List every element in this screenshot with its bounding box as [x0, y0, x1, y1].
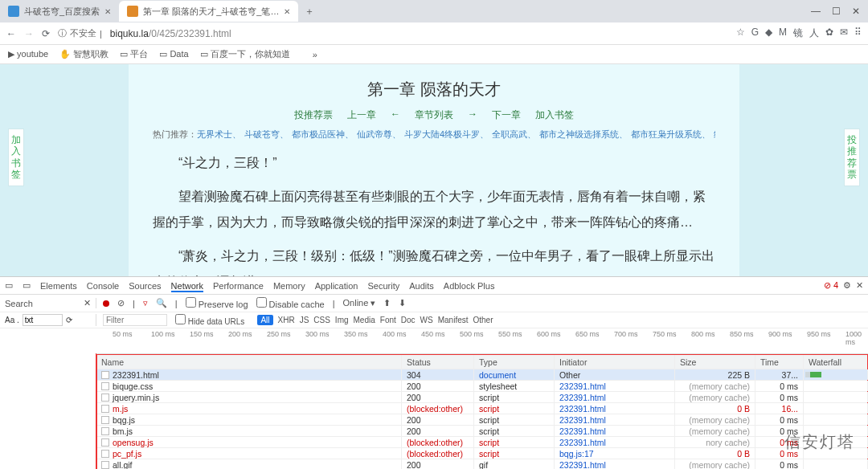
hot-link[interactable]: 斗罗大陆4终极斗罗、 [404, 129, 489, 139]
chapter-nav-link[interactable]: 章节列表 [415, 108, 453, 122]
search-icon[interactable]: 🔍 [156, 298, 167, 308]
nav-back-icon[interactable]: ← [6, 28, 16, 39]
inspect-icon[interactable]: ▭ [5, 280, 13, 291]
devtools-tab[interactable]: Sources [129, 281, 161, 291]
close-icon[interactable]: ✕ [84, 298, 91, 308]
hot-link[interactable]: 都市狂枭升级系统、 [631, 129, 710, 139]
hot-link[interactable]: 终极修炼在都市、 [714, 129, 715, 139]
network-row[interactable]: bqg.js200script232391.html(memory cache)… [96, 414, 868, 426]
devtools-tab[interactable]: Elements [40, 281, 77, 291]
chapter-nav: 投推荐票上一章←章节列表→下一章加入书签 [153, 108, 715, 122]
network-row[interactable]: biquge.css200stylesheet232391.html(memor… [96, 381, 868, 392]
devtools-tab[interactable]: Security [367, 281, 399, 291]
filter-category[interactable]: CSS [313, 316, 330, 324]
hot-link[interactable]: 斗破苍穹、 [244, 129, 289, 139]
bookmark-item[interactable]: ▭ 平台 [120, 48, 148, 60]
window-close-icon[interactable]: ✕ [852, 6, 860, 17]
extension-icon[interactable]: M [779, 27, 787, 40]
filter-category[interactable]: JS [300, 316, 309, 324]
nav-forward-icon[interactable]: → [24, 28, 34, 39]
record-icon[interactable] [103, 300, 109, 307]
network-row[interactable]: 232391.html304documentOther225 B37... [96, 369, 868, 381]
chapter-nav-link[interactable]: 上一章 [347, 108, 376, 122]
security-chip[interactable]: ⓘ 不安全 | [58, 27, 102, 39]
disable-cache-checkbox[interactable]: Disable cache [256, 297, 325, 309]
chapter-nav-link[interactable]: 投推荐票 [294, 108, 333, 122]
hot-link[interactable]: 都市极品医神、 [292, 129, 354, 139]
reload-icon[interactable]: ⟳ [42, 28, 50, 39]
network-row[interactable]: m.js(blocked:other)script232391.html0 B1… [96, 403, 868, 414]
extension-icon[interactable]: 人 [809, 27, 819, 40]
extension-icon[interactable]: ✉ [840, 27, 848, 40]
error-badge[interactable]: ⊘ 4 [824, 280, 838, 291]
devtools-tab[interactable]: Memory [273, 281, 305, 291]
bookmark-item[interactable]: ▭ 百度一下，你就知道 [200, 48, 290, 60]
address-bar[interactable]: biquku.la/0/425/232391.html [110, 28, 728, 39]
devtools-tab[interactable]: Audits [409, 281, 434, 291]
bookmark-item[interactable]: ▶ youtube [8, 49, 48, 59]
filter-category[interactable]: Img [335, 316, 349, 324]
hot-link[interactable]: 无界术士、 [197, 129, 241, 139]
chapter-nav-link[interactable]: 下一章 [492, 108, 521, 122]
filter-category[interactable]: All [257, 315, 272, 325]
chapter-nav-link[interactable]: ← [391, 108, 400, 122]
hide-data-urls-checkbox[interactable]: Hide data URLs [175, 314, 244, 326]
bookmark-item[interactable]: » [313, 50, 317, 59]
browser-tabstrip: 斗破苍穹_百度搜索 ✕ 第一章 陨落的天才_斗破苍穹_笔… ✕ ＋ — ☐ ✕ [0, 0, 868, 22]
filter-category[interactable]: Font [380, 316, 396, 324]
browser-tab[interactable]: 斗破苍穹_百度搜索 ✕ [0, 1, 119, 22]
filter-category[interactable]: WS [420, 316, 433, 324]
hot-link[interactable]: 都市之神级选择系统、 [539, 129, 628, 139]
browser-tab-active[interactable]: 第一章 陨落的天才_斗破苍穹_笔… ✕ [119, 1, 298, 22]
bookmark-item[interactable]: ✋ 智慧职教 [59, 48, 108, 60]
hot-link[interactable]: 仙武帝尊、 [357, 129, 401, 139]
throttle-select[interactable]: Online ▾ [343, 298, 376, 308]
devtools-tab[interactable]: Adblock Plus [444, 281, 495, 291]
settings-icon[interactable]: ⚙ [843, 280, 851, 291]
filter-category[interactable]: Manifest [438, 316, 469, 324]
close-icon[interactable]: ✕ [104, 7, 111, 16]
clear-icon[interactable]: ⊘ [117, 298, 125, 308]
download-icon[interactable]: ⬇ [399, 298, 406, 308]
extension-icon[interactable]: 镜 [793, 27, 803, 40]
close-icon[interactable]: ✕ [284, 7, 290, 16]
filter-category[interactable]: Media [354, 316, 375, 324]
filter-icon[interactable]: ▿ [143, 298, 148, 308]
network-row[interactable]: all.gif200gif232391.html(memory cache)0 … [96, 459, 868, 469]
chapter-content: “斗之力，三段！”望着测验魔石碑上面闪亮得甚至有些刺眼的五个大字，少年面无表情，… [153, 150, 715, 276]
device-icon[interactable]: ▭ [23, 280, 31, 291]
devtools-tab[interactable]: Network [171, 281, 203, 292]
new-tab-button[interactable]: ＋ [298, 5, 321, 18]
network-row[interactable]: pc_pf.js(blocked:other)scriptbqg.js:170 … [96, 448, 868, 459]
filter-category[interactable]: Doc [401, 316, 416, 324]
extension-icon[interactable]: ◆ [765, 27, 772, 40]
window-maximize-icon[interactable]: ☐ [832, 6, 841, 17]
search-input[interactable] [23, 314, 63, 326]
network-row[interactable]: bm.js200script232391.html(memory cache)0… [96, 426, 868, 437]
upload-icon[interactable]: ⬆ [383, 298, 391, 308]
filter-category[interactable]: XHR [278, 316, 295, 324]
devtools-tab[interactable]: Console [87, 281, 119, 291]
extension-icon[interactable]: ☆ [736, 27, 745, 40]
chapter-title: 第一章 陨落的天才 [153, 79, 715, 100]
bookmark-item[interactable]: ▭ Data [159, 49, 188, 59]
chapter-nav-link[interactable]: 加入书签 [535, 108, 574, 122]
devtools-tab[interactable]: Application [315, 281, 358, 291]
side-button-vote[interactable]: 投推荐票 [844, 128, 860, 186]
extension-icon[interactable]: ⠿ [854, 27, 862, 40]
network-row[interactable]: opensug.js(blocked:other)script232391.ht… [96, 437, 868, 448]
window-minimize-icon[interactable]: — [811, 6, 821, 17]
extension-icon[interactable]: ✿ [825, 27, 833, 40]
filter-category[interactable]: Other [473, 316, 493, 324]
refresh-icon[interactable]: ⟳ [66, 316, 72, 324]
extension-icon[interactable]: G [751, 27, 759, 40]
close-icon[interactable]: ✕ [856, 280, 863, 291]
network-row[interactable]: jquery.min.js200script232391.html(memory… [96, 392, 868, 403]
side-button-bookmark[interactable]: 加入书签 [8, 128, 24, 186]
chapter-nav-link[interactable]: → [468, 108, 477, 122]
filter-input[interactable] [103, 314, 167, 326]
preserve-log-checkbox[interactable]: Preserve log [186, 297, 248, 309]
devtools-tab[interactable]: Performance [213, 281, 264, 291]
hot-link[interactable]: 全职高武、 [492, 129, 536, 139]
network-timeline[interactable]: 50 ms100 ms150 ms200 ms250 ms300 ms350 m… [96, 328, 868, 354]
